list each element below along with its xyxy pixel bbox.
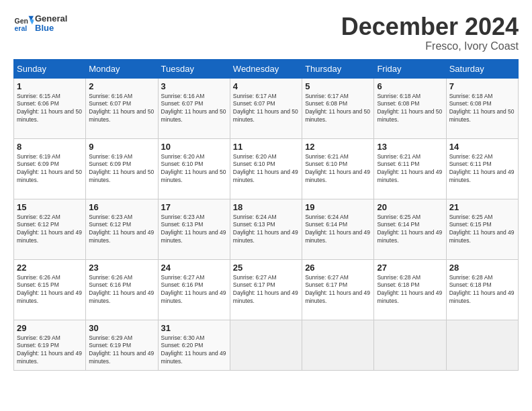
calendar-cell: 1 Sunrise: 6:15 AM Sunset: 6:06 PM Dayli… xyxy=(14,78,86,138)
logo-icon: Gen eral xyxy=(13,13,34,34)
calendar-cell: 10 Sunrise: 6:20 AM Sunset: 6:10 PM Dayl… xyxy=(158,138,230,199)
day-info: Sunrise: 6:25 AM Sunset: 6:15 PM Dayligh… xyxy=(449,214,515,246)
day-info: Sunrise: 6:23 AM Sunset: 6:13 PM Dayligh… xyxy=(161,214,227,246)
logo-general: General xyxy=(35,14,67,24)
day-info: Sunrise: 6:17 AM Sunset: 6:08 PM Dayligh… xyxy=(305,93,371,125)
calendar-cell xyxy=(374,320,446,370)
day-number: 19 xyxy=(305,202,371,212)
weekday-header-tuesday: Tuesday xyxy=(158,59,230,78)
day-number: 28 xyxy=(449,263,515,273)
day-number: 8 xyxy=(17,142,83,152)
logo: Gen eral General Blue xyxy=(13,13,67,34)
calendar-cell: 5 Sunrise: 6:17 AM Sunset: 6:08 PM Dayli… xyxy=(302,78,374,138)
day-number: 30 xyxy=(89,323,154,333)
day-info: Sunrise: 6:27 AM Sunset: 6:17 PM Dayligh… xyxy=(305,274,371,306)
day-number: 29 xyxy=(17,323,83,333)
day-info: Sunrise: 6:27 AM Sunset: 6:17 PM Dayligh… xyxy=(233,274,299,306)
calendar-cell: 29 Sunrise: 6:29 AM Sunset: 6:19 PM Dayl… xyxy=(14,320,86,370)
day-info: Sunrise: 6:25 AM Sunset: 6:14 PM Dayligh… xyxy=(377,214,443,246)
weekday-header-friday: Friday xyxy=(374,59,446,78)
svg-marker-3 xyxy=(30,19,34,25)
week-row-2: 8 Sunrise: 6:19 AM Sunset: 6:09 PM Dayli… xyxy=(14,138,519,199)
day-info: Sunrise: 6:15 AM Sunset: 6:06 PM Dayligh… xyxy=(17,93,83,125)
week-row-3: 15 Sunrise: 6:22 AM Sunset: 6:12 PM Dayl… xyxy=(14,199,519,259)
header: Gen eral General Blue December 2024 Fres… xyxy=(13,13,519,52)
week-row-1: 1 Sunrise: 6:15 AM Sunset: 6:06 PM Dayli… xyxy=(14,78,519,138)
week-row-4: 22 Sunrise: 6:26 AM Sunset: 6:15 PM Dayl… xyxy=(14,259,519,320)
calendar-cell xyxy=(230,320,302,370)
calendar-cell: 28 Sunrise: 6:28 AM Sunset: 6:18 PM Dayl… xyxy=(446,259,518,320)
calendar-cell: 12 Sunrise: 6:21 AM Sunset: 6:10 PM Dayl… xyxy=(302,138,374,199)
day-info: Sunrise: 6:17 AM Sunset: 6:07 PM Dayligh… xyxy=(233,93,299,125)
calendar-cell: 21 Sunrise: 6:25 AM Sunset: 6:15 PM Dayl… xyxy=(446,199,518,259)
day-info: Sunrise: 6:20 AM Sunset: 6:10 PM Dayligh… xyxy=(161,153,227,185)
calendar-cell: 7 Sunrise: 6:18 AM Sunset: 6:08 PM Dayli… xyxy=(446,78,518,138)
day-number: 1 xyxy=(17,81,83,91)
week-row-5: 29 Sunrise: 6:29 AM Sunset: 6:19 PM Dayl… xyxy=(14,320,519,370)
page: Gen eral General Blue December 2024 Fres… xyxy=(0,0,532,411)
calendar-cell: 3 Sunrise: 6:16 AM Sunset: 6:07 PM Dayli… xyxy=(158,78,230,138)
day-number: 25 xyxy=(233,263,299,273)
day-info: Sunrise: 6:24 AM Sunset: 6:14 PM Dayligh… xyxy=(305,214,371,246)
day-number: 20 xyxy=(377,202,443,212)
day-info: Sunrise: 6:20 AM Sunset: 6:10 PM Dayligh… xyxy=(233,153,299,185)
day-number: 3 xyxy=(161,81,227,91)
day-info: Sunrise: 6:28 AM Sunset: 6:18 PM Dayligh… xyxy=(449,274,515,306)
day-number: 21 xyxy=(449,202,515,212)
calendar-cell: 24 Sunrise: 6:27 AM Sunset: 6:16 PM Dayl… xyxy=(158,259,230,320)
day-info: Sunrise: 6:22 AM Sunset: 6:12 PM Dayligh… xyxy=(17,214,83,246)
day-number: 5 xyxy=(305,81,371,91)
day-info: Sunrise: 6:19 AM Sunset: 6:09 PM Dayligh… xyxy=(89,153,154,185)
day-info: Sunrise: 6:16 AM Sunset: 6:07 PM Dayligh… xyxy=(161,93,227,125)
day-info: Sunrise: 6:22 AM Sunset: 6:11 PM Dayligh… xyxy=(449,153,515,185)
month-title: December 2024 xyxy=(341,13,519,40)
day-number: 13 xyxy=(377,142,443,152)
day-info: Sunrise: 6:29 AM Sunset: 6:19 PM Dayligh… xyxy=(89,334,154,367)
weekday-header-monday: Monday xyxy=(86,59,158,78)
day-info: Sunrise: 6:29 AM Sunset: 6:19 PM Dayligh… xyxy=(17,334,83,367)
svg-text:eral: eral xyxy=(15,24,28,32)
day-info: Sunrise: 6:26 AM Sunset: 6:16 PM Dayligh… xyxy=(89,274,154,306)
calendar-cell: 19 Sunrise: 6:24 AM Sunset: 6:14 PM Dayl… xyxy=(302,199,374,259)
calendar-cell: 6 Sunrise: 6:18 AM Sunset: 6:08 PM Dayli… xyxy=(374,78,446,138)
day-number: 14 xyxy=(449,142,515,152)
calendar-cell: 17 Sunrise: 6:23 AM Sunset: 6:13 PM Dayl… xyxy=(158,199,230,259)
day-number: 22 xyxy=(17,263,83,273)
day-number: 2 xyxy=(89,81,154,91)
calendar-cell: 27 Sunrise: 6:28 AM Sunset: 6:18 PM Dayl… xyxy=(374,259,446,320)
calendar-cell: 31 Sunrise: 6:30 AM Sunset: 6:20 PM Dayl… xyxy=(158,320,230,370)
calendar-cell xyxy=(302,320,374,370)
calendar-cell: 18 Sunrise: 6:24 AM Sunset: 6:13 PM Dayl… xyxy=(230,199,302,259)
title-block: December 2024 Fresco, Ivory Coast xyxy=(341,13,519,52)
calendar-cell: 11 Sunrise: 6:20 AM Sunset: 6:10 PM Dayl… xyxy=(230,138,302,199)
calendar-cell: 22 Sunrise: 6:26 AM Sunset: 6:15 PM Dayl… xyxy=(14,259,86,320)
day-number: 24 xyxy=(161,263,227,273)
calendar-cell: 8 Sunrise: 6:19 AM Sunset: 6:09 PM Dayli… xyxy=(14,138,86,199)
day-info: Sunrise: 6:27 AM Sunset: 6:16 PM Dayligh… xyxy=(161,274,227,306)
calendar-cell: 15 Sunrise: 6:22 AM Sunset: 6:12 PM Dayl… xyxy=(14,199,86,259)
day-info: Sunrise: 6:21 AM Sunset: 6:11 PM Dayligh… xyxy=(377,153,443,185)
day-number: 9 xyxy=(89,142,154,152)
weekday-header-sunday: Sunday xyxy=(14,59,86,78)
day-number: 27 xyxy=(377,263,443,273)
day-number: 10 xyxy=(161,142,227,152)
day-info: Sunrise: 6:16 AM Sunset: 6:07 PM Dayligh… xyxy=(89,93,154,125)
day-number: 6 xyxy=(377,81,443,91)
calendar-cell: 30 Sunrise: 6:29 AM Sunset: 6:19 PM Dayl… xyxy=(86,320,158,370)
calendar-cell: 20 Sunrise: 6:25 AM Sunset: 6:14 PM Dayl… xyxy=(374,199,446,259)
logo-blue: Blue xyxy=(35,24,67,33)
day-info: Sunrise: 6:23 AM Sunset: 6:12 PM Dayligh… xyxy=(89,214,154,246)
day-info: Sunrise: 6:19 AM Sunset: 6:09 PM Dayligh… xyxy=(17,153,83,185)
calendar-cell: 25 Sunrise: 6:27 AM Sunset: 6:17 PM Dayl… xyxy=(230,259,302,320)
calendar-table: SundayMondayTuesdayWednesdayThursdayFrid… xyxy=(13,59,519,371)
weekday-header-thursday: Thursday xyxy=(302,59,374,78)
day-number: 31 xyxy=(161,323,227,333)
day-info: Sunrise: 6:21 AM Sunset: 6:10 PM Dayligh… xyxy=(305,153,371,185)
calendar-cell: 9 Sunrise: 6:19 AM Sunset: 6:09 PM Dayli… xyxy=(86,138,158,199)
calendar-cell xyxy=(446,320,518,370)
calendar-cell: 2 Sunrise: 6:16 AM Sunset: 6:07 PM Dayli… xyxy=(86,78,158,138)
weekday-header-saturday: Saturday xyxy=(446,59,518,78)
day-number: 15 xyxy=(17,202,83,212)
calendar-cell: 14 Sunrise: 6:22 AM Sunset: 6:11 PM Dayl… xyxy=(446,138,518,199)
day-number: 12 xyxy=(305,142,371,152)
